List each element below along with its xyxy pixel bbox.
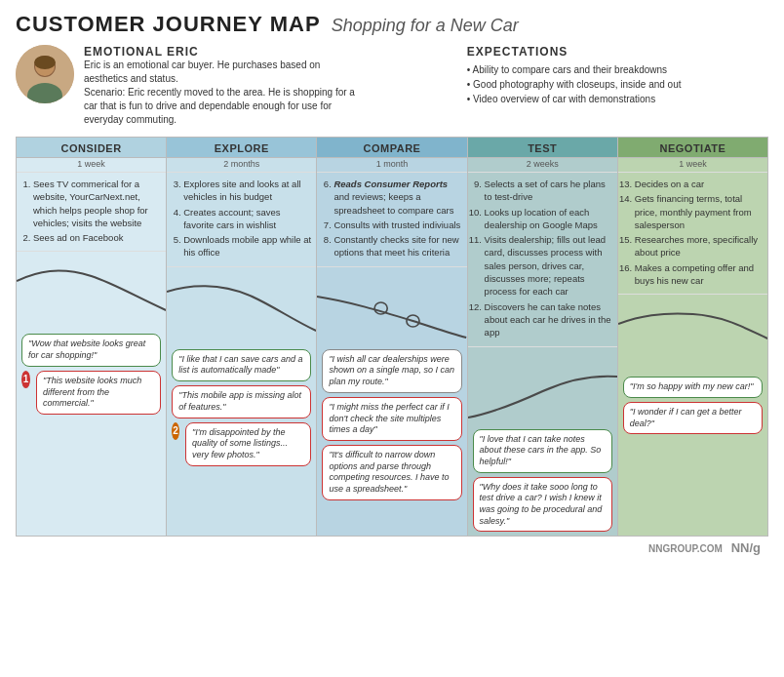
col-compare-curve [317,267,466,345]
col-test-curve [468,347,617,425]
col-negotiate-header: NEGOTIATE [618,138,767,158]
svg-point-4 [34,56,56,69]
badge-2: 2 [172,422,179,440]
expectation-item: Good photography with closeups, inside a… [467,77,768,92]
negative-bubble: "I wonder if I can get a better deal?" [623,402,763,434]
col-test-header: TEST [468,138,617,158]
step-item: Selects a set of cars he plans to test-d… [485,178,612,204]
negative-bubble: "I might miss the perfect car if I don't… [322,397,461,441]
footer: NNGROUP.COM NN/g [16,537,768,557]
negative-bubble: "Why does it take sooo long to test driv… [473,477,612,533]
col-test: TEST 2 weeks Selects a set of cars he pl… [468,138,618,536]
col-compare: COMPARE 1 month Reads Consumer Reports a… [317,138,467,536]
page-subtitle: Shopping for a New Car [332,16,519,35]
step-item: Researches more, specifically about pric… [635,233,763,259]
positive-bubble: "I love that I can take notes about thes… [473,429,612,473]
col-compare-steps: Reads Consumer Reports and reviews; keep… [317,173,466,267]
step-item: Sees ad on Facebook [33,231,161,244]
step-item: Makes a competing offer and buys his new… [635,261,763,288]
persona-block: EMOTIONAL ERIC Eric is an emotional car … [84,45,357,127]
badge-1: 1 [21,371,30,388]
col-consider-bubbles: "Wow that website looks great for car sh… [17,330,166,418]
expectations-title: EXPECTATIONS [467,45,768,59]
footer-url: NNGROUP.COM [648,543,723,554]
step-item: Explores site and looks at all vehicles … [183,178,311,204]
col-negotiate-bubbles: "I'm so happy with my new car!" "I wonde… [618,373,767,438]
col-consider: CONSIDER 1 week Sees TV commerical for a… [17,138,167,536]
col-explore-header: EXPLORE [167,138,316,158]
page-title: CUSTOMER JOURNEY MAP [16,12,321,36]
step-item: Looks up location of each dealership on … [485,206,612,232]
step-item: Downloads mobile app while at his office [183,233,311,259]
col-test-time: 2 weeks [468,158,617,173]
col-negotiate-time: 1 week [618,158,767,173]
negative-bubble-2: "I'm disappointed by the quality of some… [185,422,311,466]
step-item: Reads Consumer Reports and reviews; keep… [333,178,461,217]
neutral-bubble: "I wish all car dealerships were shown o… [322,349,461,393]
journey-map: CONSIDER 1 week Sees TV commerical for a… [16,137,768,537]
expectations-list: Ability to compare cars and their breakd… [467,62,768,106]
positive-bubble: "I'm so happy with my new car!" [623,377,763,398]
step-item: Creates account; saves favorite cars in … [183,206,311,232]
step-item: Sees TV commerical for a website, YourCa… [33,178,161,229]
negative-bubble: "This mobile app is missing alot of feat… [172,385,311,418]
col-negotiate-steps: Decides on a car Gets financing terms, t… [618,173,767,295]
persona-description: Eric is an emotional car buyer. He purch… [84,59,357,127]
expectation-item: Video overview of car with demonstration… [467,92,768,106]
expectation-item: Ability to compare cars and their breakd… [467,62,768,77]
col-compare-header: COMPARE [317,138,466,158]
positive-bubble: "I like that I can save cars and a list … [172,349,311,381]
footer-logo: NN/g [731,540,761,555]
step-item: Visits dealership; fills out lead card, … [485,233,612,298]
negative-bubble-2: "It's difficult to narrow down options a… [322,445,461,500]
col-explore-curve [167,267,316,345]
step-item: Gets financing terms, total price, month… [635,192,763,231]
persona-name: EMOTIONAL ERIC [84,45,357,59]
col-consider-steps: Sees TV commerical for a website, YourCa… [17,173,166,252]
col-compare-bubbles: "I wish all car dealerships were shown o… [317,345,466,504]
col-explore: EXPLORE 2 months Explores site and looks… [167,138,317,536]
step-item: Constantly checks site for new options t… [333,233,461,259]
col-consider-header: CONSIDER [17,138,166,158]
col-explore-time: 2 months [167,158,316,173]
col-negotiate: NEGOTIATE 1 week Decides on a car Gets f… [618,138,767,536]
col-explore-steps: Explores site and looks at all vehicles … [167,173,316,267]
step-item: Decides on a car [635,178,763,190]
col-consider-time: 1 week [17,158,166,173]
positive-bubble: "Wow that website looks great for car sh… [21,334,161,366]
col-consider-curve [17,252,166,330]
col-explore-bubbles: "I like that I can save cars and a list … [167,345,316,470]
step-item: Consults with trusted indiviuals [333,219,461,231]
col-test-bubbles: "I love that I can take notes about thes… [468,425,617,537]
col-negotiate-curve [618,295,767,373]
step-item: Discovers he can take notes about each c… [485,300,612,339]
negative-bubble: "This website looks much different from … [36,371,161,415]
avatar [16,45,74,103]
col-compare-time: 1 month [317,158,466,173]
expectations-block: EXPECTATIONS Ability to compare cars and… [467,45,768,127]
col-test-steps: Selects a set of cars he plans to test-d… [468,173,617,347]
